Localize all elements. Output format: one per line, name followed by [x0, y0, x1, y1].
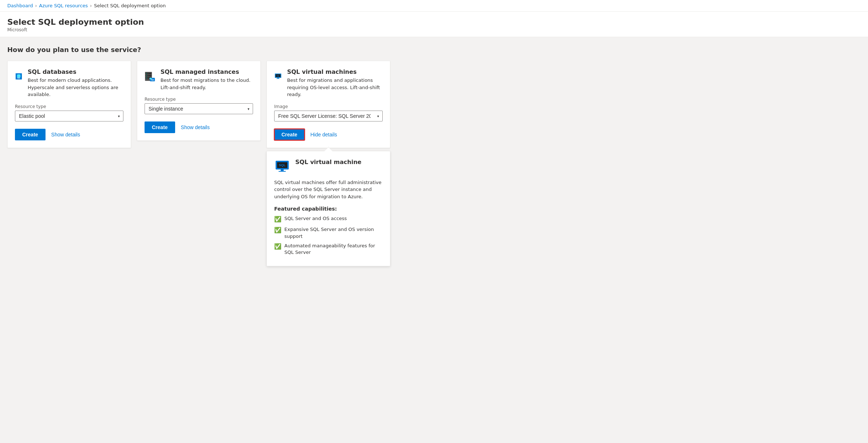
card-sql-managed-instances-desc: Best for most migrations to the cloud. L… [161, 77, 253, 91]
sql-databases-create-button[interactable]: Create [15, 129, 46, 140]
page-header: Select SQL deployment option Microsoft [0, 12, 868, 37]
card-sql-virtual-machines-desc: Best for migrations and applications req… [287, 77, 383, 98]
card-sql-managed-instances-text: SQL managed instances Best for most migr… [161, 68, 253, 91]
capability-1-text: SQL Server and OS access [284, 215, 347, 222]
sql-managed-instances-show-details-button[interactable]: Show details [181, 124, 210, 130]
sql-virtual-machines-hide-details-button[interactable]: Hide details [311, 132, 337, 137]
svg-rect-11 [146, 77, 147, 78]
sql-databases-show-details-button[interactable]: Show details [51, 132, 80, 137]
details-title: SQL virtual machine [295, 159, 362, 165]
svg-rect-17 [149, 78, 152, 79]
check-icon-3: ✅ [274, 243, 281, 251]
card-sql-databases-header: SQL SQL databases Best for modern cloud … [15, 68, 123, 98]
card-sql-databases-resource-label: Resource type [15, 104, 123, 109]
page-subtitle: Microsoft [7, 27, 861, 32]
capability-3: ✅ Automated manageability features for S… [274, 243, 383, 256]
card-sql-managed-instances-header: SQL SQL managed instances Best for most … [145, 68, 253, 91]
details-description: SQL virtual machines offer full administ… [274, 179, 383, 200]
breadcrumb-azure-sql[interactable]: Azure SQL resources [39, 3, 88, 8]
svg-rect-6 [147, 73, 149, 73]
sql-virtual-machines-details-panel: SQL SQL virtual machine SQL virtual mach… [267, 151, 390, 267]
sql-managed-instances-create-button[interactable]: Create [145, 121, 175, 133]
svg-rect-8 [146, 75, 147, 76]
card-sql-databases: SQL SQL databases Best for modern cloud … [7, 61, 131, 148]
breadcrumb-sep-1: › [35, 3, 37, 8]
page-title: Select SQL deployment option [7, 17, 861, 27]
svg-text:SQL: SQL [17, 77, 20, 79]
svg-rect-25 [281, 169, 284, 171]
details-sql-vm-icon: SQL [274, 159, 290, 175]
card-sql-managed-instances-select-wrapper: Single instance Instance pool ▾ [145, 103, 253, 114]
card-sql-managed-instances-resource-label: Resource type [145, 97, 253, 102]
check-icon-2: ✅ [274, 226, 281, 234]
section-question: How do you plan to use the service? [7, 46, 861, 53]
card-sql-virtual-machines-actions: Create Hide details [274, 129, 383, 140]
card-sql-virtual-machines: SQL SQL virtual machines Best for migrat… [267, 61, 390, 148]
card-sql-databases-text: SQL databases Best for modern cloud appl… [28, 68, 123, 98]
svg-rect-5 [146, 73, 147, 73]
card-sql-virtual-machines-header: SQL SQL virtual machines Best for migrat… [274, 68, 383, 98]
card-sql-virtual-machines-title: SQL virtual machines [287, 68, 383, 75]
details-content: SQL virtual machine [295, 159, 362, 168]
breadcrumb: Dashboard › Azure SQL resources › Select… [0, 0, 868, 12]
card-sql-virtual-machines-select-wrapper: Free SQL Server License: SQL Server 2017… [274, 111, 383, 121]
card-sql-databases-title: SQL databases [28, 68, 123, 75]
cards-row: SQL SQL databases Best for modern cloud … [7, 61, 861, 266]
check-icon-1: ✅ [274, 215, 281, 223]
svg-rect-20 [277, 78, 279, 79]
right-column: SQL SQL virtual machines Best for migrat… [267, 61, 390, 266]
capability-2-text: Expansive SQL Server and OS version supp… [284, 226, 383, 239]
svg-rect-9 [147, 75, 149, 76]
breadcrumb-dashboard[interactable]: Dashboard [7, 3, 33, 8]
card-sql-managed-instances-title: SQL managed instances [161, 68, 253, 75]
details-icon-header: SQL SQL virtual machine [274, 159, 383, 175]
card-sql-databases-actions: Create Show details [15, 129, 123, 140]
capability-2: ✅ Expansive SQL Server and OS version su… [274, 226, 383, 239]
card-sql-managed-instances-actions: Create Show details [145, 121, 253, 133]
main-content: How do you plan to use the service? SQL … [0, 37, 868, 443]
svg-point-1 [17, 74, 21, 76]
sql-managed-instances-icon: SQL [145, 68, 155, 84]
svg-text:SQL: SQL [279, 163, 286, 167]
card-sql-managed-instances-select[interactable]: Single instance Instance pool [145, 103, 253, 114]
breadcrumb-sep-2: › [90, 3, 92, 8]
card-sql-virtual-machines-select[interactable]: Free SQL Server License: SQL Server 2017… [274, 111, 383, 121]
card-sql-databases-desc: Best for modern cloud applications. Hype… [28, 77, 123, 98]
card-sql-databases-select-wrapper: Single database Elastic pool ▾ [15, 111, 123, 121]
card-sql-databases-select[interactable]: Single database Elastic pool [15, 111, 123, 121]
card-sql-managed-instances: SQL SQL managed instances Best for most … [137, 61, 261, 141]
capability-1: ✅ SQL Server and OS access [274, 215, 383, 223]
capability-3-text: Automated manageability features for SQL… [284, 243, 383, 256]
svg-rect-12 [147, 77, 149, 78]
sql-virtual-machines-create-button[interactable]: Create [274, 129, 305, 140]
svg-rect-26 [279, 171, 286, 172]
sql-databases-icon: SQL [15, 68, 23, 84]
card-sql-virtual-machines-image-label: Image [274, 104, 383, 109]
breadcrumb-current: Select SQL deployment option [94, 3, 166, 8]
svg-rect-21 [276, 79, 280, 79]
svg-text:SQL: SQL [276, 75, 280, 77]
card-sql-virtual-machines-text: SQL virtual machines Best for migrations… [287, 68, 383, 98]
featured-capabilities-title: Featured capabilities: [274, 206, 383, 212]
sql-virtual-machines-icon: SQL [274, 68, 282, 84]
